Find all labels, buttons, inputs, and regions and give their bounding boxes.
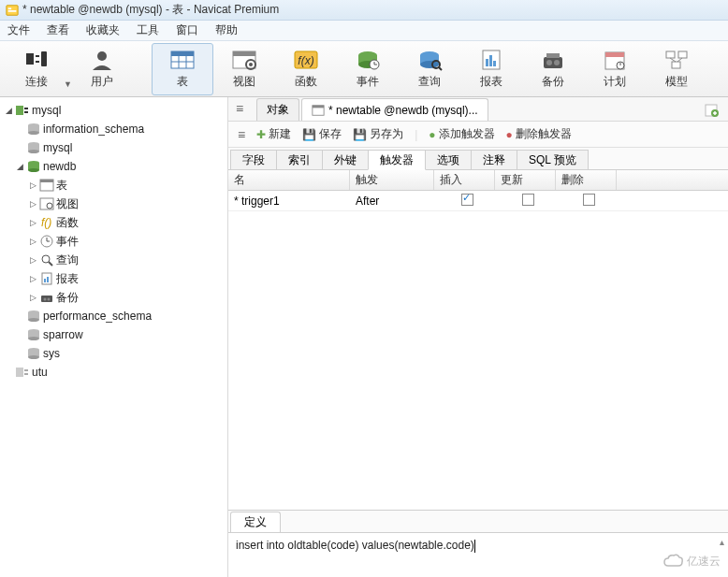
tool-schedule[interactable]: 计划: [584, 43, 646, 95]
svg-rect-88: [313, 105, 324, 108]
svg-rect-86: [24, 373, 28, 375]
menubar: 文件 查看 收藏夹 工具 窗口 帮助: [0, 21, 728, 41]
menu-icon[interactable]: ≡: [238, 127, 245, 142]
connection-off-icon: [15, 365, 30, 380]
tree-conn-mysql[interactable]: ◢mysql: [0, 101, 227, 120]
tool-query[interactable]: 查询: [399, 43, 460, 95]
svg-rect-43: [678, 51, 687, 58]
tree-node-tables[interactable]: ▷表: [0, 176, 227, 195]
tree-node-reports[interactable]: ▷报表: [0, 269, 227, 288]
cell-trigger[interactable]: After: [350, 195, 434, 208]
svg-point-77: [28, 318, 39, 322]
query-icon: [39, 252, 54, 267]
subtab-options[interactable]: 选项: [425, 150, 472, 169]
tab-newtable[interactable]: * newtable @newdb (mysql)...: [301, 98, 488, 121]
tab-add-button[interactable]: [702, 100, 722, 121]
tab-objects[interactable]: 对象: [256, 98, 299, 121]
svg-rect-37: [546, 53, 560, 58]
tree-node-functions[interactable]: ▷f()函数: [0, 213, 227, 232]
svg-point-80: [28, 337, 39, 340]
connection-icon: [15, 103, 30, 118]
connection-tree[interactable]: ◢mysql information_schema mysql ◢newdb ▷…: [0, 97, 228, 577]
delete-icon: ●: [506, 128, 513, 141]
tree-db-information-schema[interactable]: information_schema: [0, 120, 227, 138]
backup-icon: [539, 48, 567, 72]
svg-rect-2: [8, 10, 17, 12]
tab-definition[interactable]: 定义: [230, 512, 281, 532]
document-tabs: 对象 * newtable @newdb (mysql)...: [228, 97, 728, 122]
tree-db-mysql[interactable]: mysql: [0, 138, 227, 157]
svg-rect-3: [26, 53, 34, 65]
save-icon: 💾: [302, 128, 316, 141]
col-insert[interactable]: 插入: [434, 170, 495, 190]
tool-connect[interactable]: 连接: [6, 43, 67, 95]
svg-rect-84: [16, 368, 23, 377]
subtab-triggers[interactable]: 触发器: [368, 150, 426, 170]
subtab-sqlpreview[interactable]: SQL 预览: [517, 150, 589, 169]
menu-window[interactable]: 窗口: [176, 22, 198, 38]
col-delete[interactable]: 删除: [556, 170, 617, 190]
action-new[interactable]: ✚新建: [256, 126, 291, 142]
table-row[interactable]: * trigger1 After: [228, 191, 728, 211]
chevron-down-icon[interactable]: ▼: [64, 79, 71, 89]
tree-db-performance-schema[interactable]: performance_schema: [0, 307, 227, 325]
checkbox-insert[interactable]: [461, 194, 473, 206]
svg-rect-9: [171, 51, 194, 56]
subtab-comments[interactable]: 注释: [471, 150, 517, 169]
menu-file[interactable]: 文件: [7, 22, 30, 38]
svg-point-74: [48, 298, 51, 301]
action-save[interactable]: 💾保存: [302, 126, 342, 142]
tree-node-backups[interactable]: ▷备份: [0, 288, 227, 307]
subtab-fk[interactable]: 外键: [322, 150, 369, 169]
checkbox-delete[interactable]: [583, 194, 595, 206]
tree-node-views[interactable]: ▷视图: [0, 195, 227, 213]
subtab-fields[interactable]: 字段: [230, 150, 277, 169]
tree-db-sys[interactable]: sys: [0, 344, 227, 363]
tree-db-newdb[interactable]: ◢newdb: [0, 157, 227, 176]
svg-point-7: [97, 51, 107, 61]
tool-model[interactable]: 模型: [646, 43, 707, 95]
col-name[interactable]: 名: [228, 170, 350, 190]
database-icon: [26, 327, 41, 342]
tool-function[interactable]: f(x) 函数: [275, 43, 337, 95]
tree-node-events[interactable]: ▷事件: [0, 232, 227, 251]
col-update[interactable]: 更新: [495, 170, 556, 190]
tree-node-queries[interactable]: ▷查询: [0, 251, 227, 269]
col-trigger[interactable]: 触发: [350, 170, 434, 190]
user-icon: [88, 48, 116, 72]
tool-table[interactable]: 表: [152, 43, 213, 95]
svg-rect-31: [486, 59, 488, 66]
svg-text:f(): f(): [41, 216, 51, 229]
action-add-trigger[interactable]: ●添加触发器: [429, 126, 494, 142]
tree-db-sparrow[interactable]: sparrow: [0, 325, 227, 344]
tool-user[interactable]: 用户: [71, 43, 133, 95]
action-saveas[interactable]: 💾另存为: [353, 126, 403, 142]
tool-report[interactable]: 报表: [460, 43, 522, 95]
subtab-indexes[interactable]: 索引: [276, 150, 323, 169]
tool-view[interactable]: 视图: [213, 43, 275, 95]
action-delete-trigger[interactable]: ●删除触发器: [506, 126, 572, 142]
svg-rect-6: [41, 51, 47, 66]
event-icon: [39, 234, 54, 249]
menu-view[interactable]: 查看: [47, 22, 69, 38]
tree-conn-utu[interactable]: utu: [0, 363, 227, 382]
svg-rect-71: [47, 277, 49, 282]
svg-point-58: [28, 168, 39, 172]
menu-favorites[interactable]: 收藏夹: [86, 22, 120, 38]
view-icon: [230, 48, 258, 72]
tool-event[interactable]: 事件: [337, 43, 399, 95]
menu-help[interactable]: 帮助: [215, 22, 238, 38]
cell-name[interactable]: trigger1: [241, 195, 280, 208]
checkbox-update[interactable]: [522, 194, 534, 206]
tool-backup[interactable]: 备份: [522, 43, 584, 95]
svg-rect-70: [44, 279, 46, 282]
trigger-grid-header: 名 触发 插入 更新 删除: [228, 170, 728, 191]
definition-editor[interactable]: insert into oldtable(code) values(newtab…: [228, 532, 728, 577]
svg-rect-48: [24, 108, 28, 109]
trigger-grid-body[interactable]: * trigger1 After: [228, 191, 728, 510]
svg-point-55: [28, 150, 39, 153]
backup-icon: [39, 290, 54, 305]
svg-line-45: [670, 58, 676, 62]
menu-tools[interactable]: 工具: [137, 22, 159, 38]
database-open-icon: [26, 159, 41, 174]
